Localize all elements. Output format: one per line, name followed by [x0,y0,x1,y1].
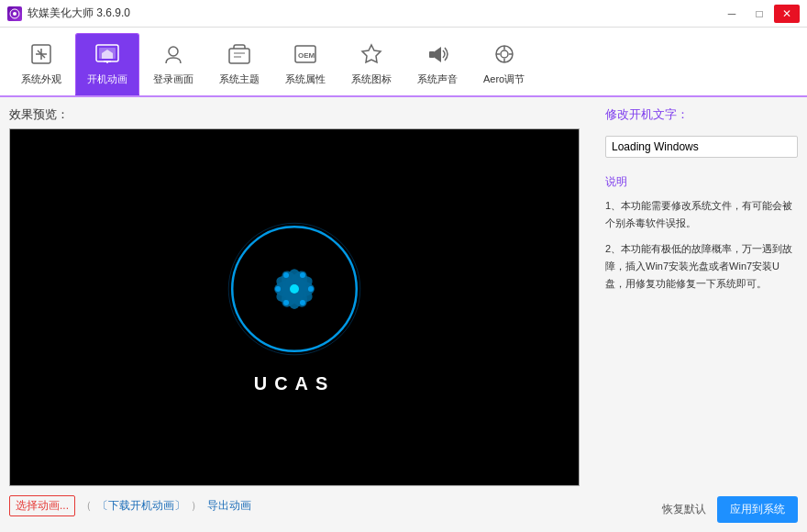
svg-point-35 [308,286,314,292]
svg-point-38 [283,272,289,278]
nav-boot-animation-label: 开机动画 [87,72,127,86]
svg-point-36 [275,286,281,292]
aero-adjust-icon [490,39,519,69]
svg-point-37 [300,300,305,305]
main-content: 效果预览： [0,97,807,532]
note1-text: 1、本功能需要修改系统文件，有可能会被个别杀毒软件误报。 [605,197,798,231]
restore-default-button[interactable]: 恢复默认 [658,498,710,521]
separator2: ） [191,498,202,514]
select-animation-link[interactable]: 选择动画... [9,495,75,516]
right-buttons: 恢复默认 应用到系统 [605,496,798,523]
boot-animation-icon [93,39,122,69]
nav-system-appearance-label: 系统外观 [21,72,61,86]
restore-button[interactable]: □ [746,5,772,23]
bottom-actions: 选择动画... （ 〔下载开机动画〕 ） 导出动画 [9,495,594,516]
close-button[interactable]: ✕ [774,5,800,23]
nav-boot-animation[interactable]: 开机动画 [75,33,139,95]
note2-text: 2、本功能有极低的故障概率，万一遇到故障，插入Win7安装光盘或者Win7安装U… [605,240,798,292]
app-icon [7,6,22,21]
notes-section: 说明 1、本功能需要修改系统文件，有可能会被个别杀毒软件误报。 2、本功能有极低… [605,174,798,301]
svg-rect-16 [429,51,435,58]
apply-to-system-button[interactable]: 应用到系统 [717,496,798,523]
left-panel: 效果预览： [9,106,594,523]
nav-login-screen-label: 登录画面 [153,72,193,86]
svg-point-19 [501,50,508,58]
download-animation-link[interactable]: 〔下载开机动画〕 [97,498,185,514]
svg-point-39 [283,300,289,305]
svg-point-1 [13,12,17,16]
system-icon-icon [357,39,386,69]
titlebar-left: 软媒美化大师 3.6.9.0 [7,6,130,21]
nav-aero-adjust[interactable]: Aero调节 [471,33,536,95]
nav-system-property-label: 系统属性 [285,72,326,86]
nav-aero-adjust-label: Aero调节 [483,72,525,86]
nav-system-sound-label: 系统声音 [417,72,458,86]
loading-text-input[interactable] [605,136,798,158]
svg-point-9 [169,47,178,56]
svg-point-40 [300,272,305,278]
svg-text:OEM: OEM [298,51,315,60]
minimize-button[interactable]: ─ [719,5,745,23]
export-animation-link[interactable]: 导出动画 [207,498,251,514]
modify-label: 修改开机文字： [605,106,798,123]
nav-login-screen[interactable]: 登录画面 [141,33,205,95]
titlebar: 软媒美化大师 3.6.9.0 ─ □ ✕ [0,0,807,28]
system-theme-icon [225,39,254,69]
titlebar-title: 软媒美化大师 3.6.9.0 [28,6,130,21]
svg-marker-15 [362,45,381,62]
preview-area: UCAS [9,128,580,486]
svg-point-34 [290,284,299,294]
separator1: （ [81,498,92,514]
system-appearance-icon [27,39,56,69]
nav-system-icon[interactable]: 系统图标 [339,33,404,95]
nav-system-icon-label: 系统图标 [351,72,392,86]
svg-marker-17 [435,47,441,62]
svg-rect-10 [229,49,249,63]
nav-system-appearance[interactable]: 系统外观 [9,33,73,95]
svg-text:UCAS: UCAS [254,373,335,393]
notes-label: 说明 [605,174,798,190]
system-sound-icon [423,39,452,69]
nav-system-sound[interactable]: 系统声音 [405,33,470,95]
login-screen-icon [159,39,188,69]
preview-label: 效果预览： [9,106,594,123]
nav-system-theme[interactable]: 系统主题 [207,33,271,95]
titlebar-controls: ─ □ ✕ [719,5,800,23]
nav-system-property[interactable]: OEM 系统属性 [273,33,337,95]
toolbar: 系统外观 开机动画 登录画面 [0,28,807,97]
nav-system-theme-label: 系统主题 [219,72,260,86]
right-panel: 修改开机文字： 说明 1、本功能需要修改系统文件，有可能会被个别杀毒软件误报。 … [605,106,798,523]
system-property-icon: OEM [291,39,320,69]
